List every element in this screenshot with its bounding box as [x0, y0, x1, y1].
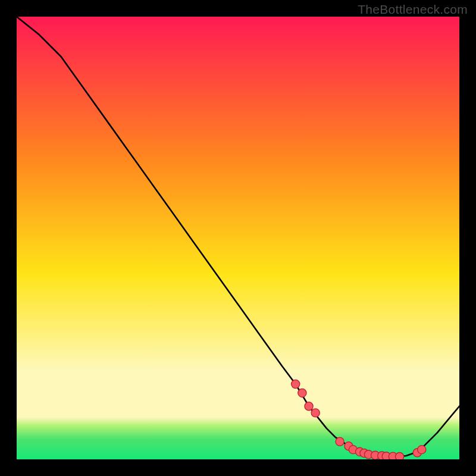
marker-dot [311, 409, 320, 417]
marker-dot [298, 389, 306, 397]
markers-layer [17, 17, 459, 459]
marker-dot [418, 446, 426, 454]
marker-dots [292, 380, 426, 459]
marker-dot [336, 437, 344, 446]
chart-stage: TheBottleneck.com [0, 0, 476, 476]
marker-dot [395, 452, 403, 459]
watermark-text: TheBottleneck.com [358, 2, 468, 17]
plot-area [17, 17, 459, 459]
marker-dot [292, 380, 300, 388]
marker-dot [305, 402, 313, 411]
